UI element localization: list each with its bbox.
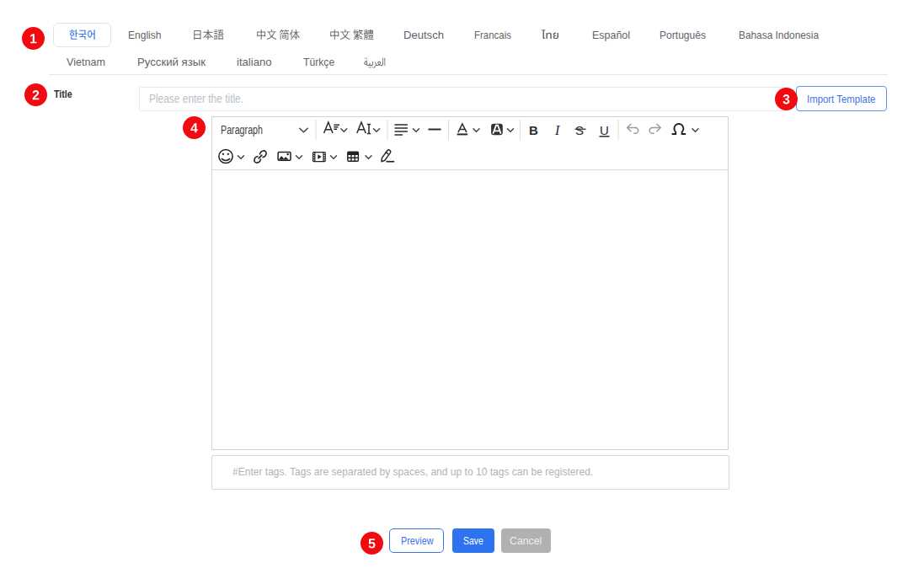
svg-text:B: B [529,123,538,137]
svg-text:U: U [600,123,609,137]
svg-text:I: I [554,123,560,137]
svg-text:S: S [575,123,584,137]
